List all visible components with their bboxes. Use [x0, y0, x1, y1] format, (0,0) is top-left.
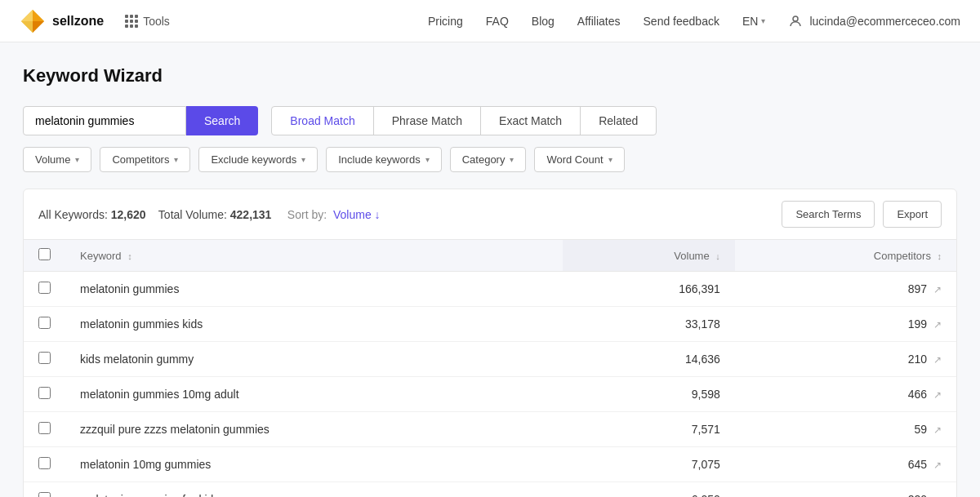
row-checkbox[interactable] — [38, 422, 51, 434]
tools-grid-icon — [125, 15, 138, 28]
external-link-icon[interactable]: ↗ — [933, 319, 942, 331]
tools-label: Tools — [143, 15, 170, 28]
external-link-icon[interactable]: ↗ — [933, 459, 942, 471]
table-row: melatonin 10mg gummies 7,075 645 ↗ — [24, 447, 956, 482]
results-actions: Search Terms Export — [782, 201, 942, 228]
row-competitors: 210 ↗ — [735, 342, 956, 377]
tools-button[interactable]: Tools — [117, 10, 178, 33]
row-checkbox-cell — [24, 412, 65, 447]
row-volume: 14,636 — [563, 342, 734, 377]
tab-phrase-match[interactable]: Phrase Match — [374, 107, 481, 135]
row-volume: 6,050 — [563, 482, 734, 498]
nav-faq[interactable]: FAQ — [486, 15, 509, 28]
row-volume: 33,178 — [563, 307, 734, 342]
row-keyword: melatonin gummies kids — [65, 307, 563, 342]
include-chevron-icon: ▾ — [425, 155, 430, 164]
row-checkbox-cell — [24, 342, 65, 377]
word-count-chevron-icon: ▾ — [608, 155, 612, 164]
table-body: melatonin gummies 166,391 897 ↗ melatoni… — [24, 272, 956, 498]
row-checkbox[interactable] — [38, 282, 51, 294]
svg-marker-3 — [21, 10, 33, 21]
row-checkbox[interactable] — [38, 387, 51, 399]
table-row: melatonin gummies 10mg adult 9,598 466 ↗ — [24, 377, 956, 412]
volume-sort-icon: ↓ — [715, 251, 720, 261]
row-checkbox-cell — [24, 482, 65, 498]
filter-exclude[interactable]: Exclude keywords ▾ — [198, 147, 318, 172]
tab-broad-match[interactable]: Broad Match — [272, 107, 373, 135]
nav-feedback[interactable]: Send feedback — [644, 15, 719, 28]
sort-by-label: Sort by: — [287, 208, 327, 221]
filter-competitors[interactable]: Competitors ▾ — [100, 147, 190, 172]
row-competitors: 59 ↗ — [735, 412, 956, 447]
th-competitors[interactable]: Competitors ↕ — [735, 240, 956, 272]
competitors-chevron-icon: ▾ — [174, 155, 178, 164]
row-checkbox[interactable] — [38, 457, 51, 469]
filter-include[interactable]: Include keywords ▾ — [326, 147, 441, 172]
filter-word-count[interactable]: Word Count ▾ — [534, 147, 624, 172]
row-volume: 166,391 — [563, 272, 734, 307]
sort-by-value[interactable]: Volume ↓ — [333, 208, 381, 221]
total-volume-count: 422,131 — [230, 208, 272, 221]
row-competitors: 897 ↗ — [735, 272, 956, 307]
lang-chevron-icon: ▾ — [761, 16, 765, 25]
nav-affiliates[interactable]: Affiliates — [577, 15, 621, 28]
filter-volume[interactable]: Volume ▾ — [23, 147, 91, 172]
row-volume: 7,075 — [563, 447, 734, 482]
row-competitors: 220 ↗ — [735, 482, 956, 498]
row-keyword: melatonin gummies — [65, 272, 563, 307]
lang-value: EN — [742, 15, 758, 28]
logo-icon — [20, 8, 46, 34]
nav-blog[interactable]: Blog — [532, 15, 555, 28]
external-link-icon[interactable]: ↗ — [933, 424, 942, 436]
external-link-icon[interactable]: ↗ — [933, 284, 942, 295]
export-button[interactable]: Export — [883, 201, 942, 228]
th-keyword[interactable]: Keyword ↕ — [65, 240, 563, 272]
category-chevron-icon: ▾ — [510, 155, 514, 164]
external-link-icon[interactable]: ↗ — [933, 389, 942, 401]
page-body: Keyword Wizard Search Broad Match Phrase… — [0, 42, 980, 497]
filter-category[interactable]: Category ▾ — [450, 147, 527, 172]
th-volume[interactable]: Volume ↓ — [563, 240, 734, 272]
filter-row: Volume ▾ Competitors ▾ Exclude keywords … — [23, 147, 957, 172]
table-head: Keyword ↕ Volume ↓ Competitors ↕ — [24, 240, 956, 272]
tab-exact-match[interactable]: Exact Match — [481, 107, 581, 135]
table-row: zzzquil pure zzzs melatonin gummies 7,57… — [24, 412, 956, 447]
user-section[interactable]: lucinda@ecommerceceo.com — [788, 14, 960, 29]
search-input[interactable] — [23, 106, 186, 135]
search-row: Search Broad Match Phrase Match Exact Ma… — [23, 106, 957, 135]
svg-marker-1 — [33, 10, 44, 21]
row-checkbox[interactable] — [38, 492, 51, 497]
external-link-icon[interactable]: ↗ — [933, 354, 942, 366]
total-volume-label: Total Volume: — [158, 208, 227, 221]
svg-point-5 — [793, 16, 798, 21]
row-checkbox[interactable] — [38, 352, 51, 364]
row-checkbox[interactable] — [38, 317, 51, 329]
user-email: lucinda@ecommerceceo.com — [809, 15, 960, 28]
svg-marker-2 — [33, 21, 44, 33]
page-title: Keyword Wizard — [23, 65, 957, 87]
results-summary: All Keywords: 12,620 Total Volume: 422,1… — [38, 208, 782, 221]
logo[interactable]: sellzone — [20, 8, 104, 34]
nav-pricing[interactable]: Pricing — [428, 15, 463, 28]
results-table: Keyword ↕ Volume ↓ Competitors ↕ m — [24, 240, 956, 497]
search-terms-button[interactable]: Search Terms — [782, 201, 875, 228]
row-checkbox-cell — [24, 377, 65, 412]
search-button[interactable]: Search — [186, 106, 258, 135]
header: sellzone Tools Pricing FAQ Blog Affiliat… — [0, 0, 980, 42]
logo-text: sellzone — [52, 14, 104, 29]
row-checkbox-cell — [24, 307, 65, 342]
match-tabs: Broad Match Phrase Match Exact Match Rel… — [271, 106, 657, 135]
lang-selector[interactable]: EN ▾ — [742, 15, 765, 28]
header-nav: Pricing FAQ Blog Affiliates Send feedbac… — [428, 14, 960, 29]
select-all-checkbox[interactable] — [38, 248, 51, 260]
row-volume: 7,571 — [563, 412, 734, 447]
tab-related[interactable]: Related — [581, 107, 656, 135]
keyword-sort-icon: ↕ — [127, 251, 132, 261]
results-header: All Keywords: 12,620 Total Volume: 422,1… — [24, 189, 956, 240]
row-keyword: kids melatonin gummy — [65, 342, 563, 377]
row-keyword: melatonin gummies 10mg adult — [65, 377, 563, 412]
row-volume: 9,598 — [563, 377, 734, 412]
table-row: melatonin gummies 166,391 897 ↗ — [24, 272, 956, 307]
row-keyword: melatonin gummies for kids — [65, 482, 563, 498]
results-area: All Keywords: 12,620 Total Volume: 422,1… — [23, 189, 957, 497]
